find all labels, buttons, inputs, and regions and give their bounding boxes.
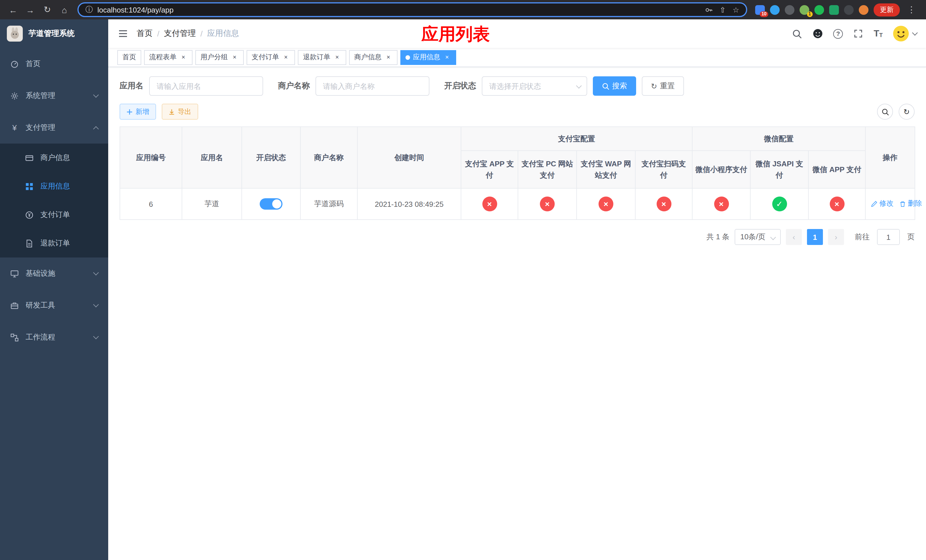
sidebar-item-workflow[interactable]: 工作流程 — [0, 321, 108, 353]
browser-window: ← → ↻ ⌂ ⓘ localhost:1024/pay/app ⇧ ☆ 10 … — [0, 0, 926, 560]
site-info-icon[interactable]: ⓘ — [85, 5, 93, 15]
reset-button[interactable]: ↻ 重置 — [642, 76, 684, 96]
app-name-input[interactable] — [149, 76, 263, 96]
search-icon[interactable] — [791, 28, 802, 39]
delete-button[interactable]: 删除 — [899, 199, 922, 209]
tab-close-icon[interactable]: × — [333, 53, 341, 61]
extension-badge: 10 — [760, 11, 768, 17]
search-button[interactable]: 搜索 — [593, 76, 636, 96]
sidebar-item-label: 工作流程 — [26, 332, 55, 342]
extension-icon[interactable] — [814, 5, 824, 15]
tab-process-form[interactable]: 流程表单× — [144, 50, 192, 65]
fullscreen-icon[interactable] — [853, 28, 864, 39]
breadcrumb: 首页 / 支付管理 / 应用信息 — [137, 29, 239, 39]
add-button[interactable]: 新增 — [120, 104, 156, 120]
export-button[interactable]: 导出 — [162, 104, 198, 120]
breadcrumb-current: 应用信息 — [207, 29, 239, 39]
update-button[interactable]: 更新 — [874, 3, 900, 16]
sidebar-item-home[interactable]: 首页 — [0, 48, 108, 80]
sidebar-item-label: 退款订单 — [41, 238, 70, 248]
share-icon[interactable]: ⇧ — [720, 5, 726, 14]
tab-close-icon[interactable]: × — [282, 53, 290, 61]
next-page-button[interactable]: › — [828, 229, 844, 245]
tab-label: 应用信息 — [413, 52, 440, 62]
url-bar[interactable]: ⓘ localhost:1024/pay/app ⇧ ☆ — [77, 2, 747, 17]
col-merchant: 商户名称 — [300, 127, 357, 188]
refresh-table-button[interactable]: ↻ — [899, 104, 915, 120]
tab-close-icon[interactable]: × — [179, 53, 188, 61]
help-icon[interactable]: ? — [833, 29, 843, 38]
tab-label: 商户信息 — [354, 52, 381, 62]
extension-icon[interactable] — [770, 5, 780, 15]
wechat-mini-status-cell: × — [692, 188, 750, 219]
col-alipay-qr: 支付宝扫码支付 — [635, 151, 692, 188]
back-button[interactable]: ← — [6, 2, 21, 17]
sidebar-item-system[interactable]: 系统管理 — [0, 80, 108, 112]
page-number-1[interactable]: 1 — [807, 229, 823, 245]
breadcrumb-home[interactable]: 首页 — [137, 29, 153, 39]
status-select-input[interactable] — [482, 76, 587, 96]
merchant-name-input[interactable] — [316, 76, 430, 96]
tab-home[interactable]: 首页 — [117, 50, 141, 65]
sidebar-item-label: 支付订单 — [41, 210, 70, 220]
status-select[interactable] — [482, 76, 587, 96]
sidebar-item-refund-orders[interactable]: 退款订单 — [0, 229, 108, 257]
tab-app-info[interactable]: 应用信息× — [400, 50, 456, 65]
toggle-search-button[interactable] — [877, 104, 893, 120]
extension-icon[interactable]: 1 — [800, 5, 809, 15]
tab-user-group[interactable]: 用户分组× — [195, 50, 244, 65]
extension-icon[interactable] — [844, 5, 854, 15]
sidebar-toggle-button[interactable] — [117, 28, 129, 39]
extension-icon[interactable] — [829, 5, 839, 15]
tab-close-icon[interactable]: × — [231, 53, 239, 61]
caret-down-icon — [912, 30, 918, 35]
url-text: localhost:1024/pay/app — [97, 5, 173, 14]
tab-refund-orders[interactable]: 退款订单× — [298, 50, 346, 65]
tab-label: 支付订单 — [252, 52, 279, 62]
tab-close-icon[interactable]: × — [443, 53, 451, 61]
home-button[interactable]: ⌂ — [57, 2, 72, 17]
enabled-cell — [242, 188, 300, 219]
sidebar-item-pay-orders[interactable]: 支付订单 — [0, 201, 108, 229]
extension-icon[interactable] — [785, 5, 794, 15]
font-size-icon[interactable]: TT — [874, 29, 883, 38]
password-key-icon[interactable] — [705, 6, 713, 14]
col-alipay-pc: 支付宝 PC 网站支付 — [518, 151, 576, 188]
bookmark-star-icon[interactable]: ☆ — [733, 5, 739, 14]
merchant-cell: 芋道源码 — [300, 188, 357, 219]
sidebar-item-merchant-info[interactable]: 商户信息 — [0, 144, 108, 172]
reload-button[interactable]: ↻ — [40, 2, 54, 17]
chrome-menu-button[interactable]: ⋮ — [905, 5, 918, 15]
sidebar-submenu-payment: 商户信息 应用信息 支付订单 — [0, 144, 108, 257]
app-logo — [7, 26, 23, 42]
col-wechat-mini: 微信小程序支付 — [692, 151, 750, 188]
sidebar-item-payment[interactable]: ¥ 支付管理 — [0, 112, 108, 144]
breadcrumb-separator: / — [200, 29, 203, 38]
breadcrumb-payment[interactable]: 支付管理 — [164, 29, 196, 39]
active-tab-dot — [406, 55, 410, 59]
chevron-down-icon — [93, 270, 99, 275]
extension-icon[interactable] — [859, 5, 869, 15]
tab-merchant-info[interactable]: 商户信息× — [349, 50, 398, 65]
sidebar-item-label: 系统管理 — [26, 91, 55, 101]
tab-close-icon[interactable]: × — [384, 53, 392, 61]
tab-pay-orders[interactable]: 支付订单× — [247, 50, 295, 65]
forward-button[interactable]: → — [23, 2, 38, 17]
goto-page-input[interactable] — [877, 229, 900, 245]
enabled-toggle[interactable] — [260, 198, 283, 210]
page-size-select[interactable]: 10条/页 — [735, 229, 781, 245]
github-icon[interactable] — [812, 28, 823, 39]
user-avatar[interactable] — [893, 25, 917, 42]
sidebar-item-infra[interactable]: 基础设施 — [0, 257, 108, 289]
plus-icon — [126, 109, 133, 115]
reset-button-label: 重置 — [660, 81, 675, 91]
sidebar-item-app-info[interactable]: 应用信息 — [0, 172, 108, 201]
edit-button[interactable]: 修改 — [871, 199, 894, 209]
add-button-label: 新增 — [136, 107, 149, 117]
col-wechat-app: 微信 APP 支付 — [808, 151, 865, 188]
extension-icon[interactable]: 10 — [755, 5, 765, 15]
chevron-down-icon — [93, 92, 99, 98]
sidebar-item-dev-tools[interactable]: 研发工具 — [0, 289, 108, 321]
prev-page-button[interactable]: ‹ — [786, 229, 802, 245]
chevron-down-icon — [770, 235, 776, 240]
